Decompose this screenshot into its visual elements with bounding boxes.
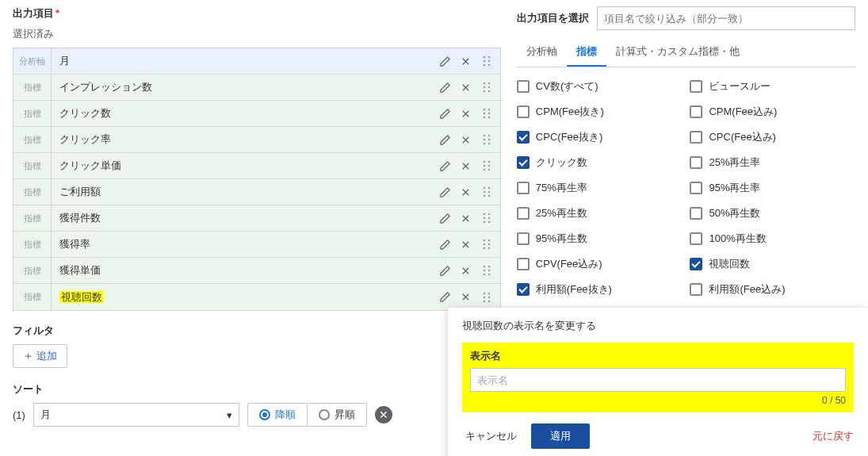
edit-button[interactable]	[435, 77, 456, 98]
checkbox[interactable]	[517, 131, 530, 144]
edit-button[interactable]	[435, 234, 456, 255]
display-name-input[interactable]	[470, 368, 846, 392]
edit-button[interactable]	[435, 51, 456, 71]
row-tag: 指標	[13, 258, 52, 283]
drag-handle[interactable]	[476, 51, 497, 71]
sort-desc-option[interactable]: 降順	[248, 404, 308, 426]
drag-handle[interactable]	[476, 77, 497, 98]
svg-point-28	[484, 169, 486, 171]
checkbox[interactable]	[690, 80, 702, 93]
tab-axis[interactable]: 分析軸	[517, 38, 567, 67]
metric-option[interactable]: CPV(Fee込み)	[517, 251, 683, 277]
metric-option[interactable]: CPM(Fee抜き)	[517, 99, 683, 125]
close-icon	[460, 213, 472, 224]
edit-button[interactable]	[435, 260, 456, 281]
drag-icon	[482, 160, 491, 171]
drag-handle[interactable]	[476, 287, 497, 308]
metric-option[interactable]: クリック数	[517, 150, 683, 175]
metric-option[interactable]: ビュースルー	[690, 74, 855, 99]
checkbox[interactable]	[690, 207, 702, 220]
pencil-icon	[439, 239, 451, 251]
metric-option[interactable]: CV数(すべて)	[517, 74, 683, 99]
metric-option[interactable]: 95%再生数	[517, 226, 683, 251]
edit-button[interactable]	[435, 287, 456, 308]
drag-handle[interactable]	[476, 260, 497, 281]
checkbox[interactable]	[690, 232, 702, 245]
drag-icon	[482, 213, 491, 224]
metric-option[interactable]: CPC(Fee抜き)	[517, 125, 683, 150]
checkbox[interactable]	[690, 156, 702, 169]
remove-button[interactable]	[456, 260, 476, 281]
checkbox[interactable]	[517, 80, 530, 93]
sort-field-select[interactable]: 月 ▾	[33, 403, 239, 427]
drag-handle[interactable]	[476, 208, 497, 228]
checkbox[interactable]	[690, 283, 702, 296]
search-input[interactable]	[597, 6, 855, 30]
metric-option[interactable]: 75%再生率	[517, 175, 683, 201]
close-icon	[460, 265, 472, 277]
drag-icon	[482, 82, 491, 93]
drag-handle[interactable]	[476, 155, 497, 176]
checkbox[interactable]	[690, 182, 702, 194]
checkbox[interactable]	[517, 156, 530, 169]
drag-handle[interactable]	[476, 103, 497, 124]
metric-option[interactable]: CPC(Fee込み)	[690, 125, 855, 150]
checkbox[interactable]	[517, 207, 530, 220]
cancel-button[interactable]: キャンセル	[462, 424, 520, 448]
checkbox[interactable]	[690, 258, 702, 270]
remove-button[interactable]	[456, 287, 476, 308]
drag-handle[interactable]	[476, 129, 497, 150]
checkbox[interactable]	[690, 105, 702, 118]
apply-button[interactable]: 適用	[531, 423, 590, 449]
remove-button[interactable]	[456, 129, 476, 150]
pencil-icon	[439, 291, 451, 303]
edit-button[interactable]	[435, 155, 456, 176]
selected-row: 指標獲得件数	[13, 205, 500, 232]
checkbox[interactable]	[517, 182, 530, 194]
sort-asc-option[interactable]: 昇順	[308, 404, 366, 426]
svg-point-11	[488, 90, 491, 93]
drag-handle[interactable]	[476, 182, 497, 202]
remove-button[interactable]	[456, 234, 476, 255]
clear-sort-button[interactable]: ✕	[375, 406, 392, 423]
svg-point-52	[484, 274, 486, 276]
drag-handle[interactable]	[476, 234, 497, 255]
reset-button[interactable]: 元に戻す	[813, 429, 854, 443]
checkbox[interactable]	[517, 232, 530, 245]
svg-point-21	[488, 139, 491, 141]
metric-option[interactable]: 50%再生数	[690, 201, 855, 226]
checkbox[interactable]	[517, 283, 530, 296]
edit-button[interactable]	[435, 182, 456, 202]
remove-button[interactable]	[456, 208, 476, 228]
svg-point-33	[488, 191, 491, 194]
metric-option[interactable]: 100%再生数	[690, 226, 855, 251]
pencil-icon	[439, 82, 451, 94]
drag-icon	[482, 108, 491, 119]
metric-option[interactable]: 25%再生数	[517, 201, 683, 226]
metric-option[interactable]: 25%再生率	[690, 150, 855, 175]
add-filter-button[interactable]: ＋ 追加	[13, 344, 67, 368]
checkbox[interactable]	[690, 131, 702, 144]
pencil-icon	[439, 265, 451, 277]
metric-option[interactable]: 利用額(Fee込み)	[690, 277, 855, 302]
metric-option[interactable]: CPM(Fee込み)	[690, 99, 855, 125]
remove-button[interactable]	[456, 103, 476, 124]
svg-point-49	[488, 266, 491, 268]
metric-option[interactable]: 視聴回数	[690, 251, 855, 277]
edit-button[interactable]	[435, 208, 456, 228]
metric-option[interactable]: 95%再生率	[690, 175, 855, 201]
edit-button[interactable]	[435, 129, 456, 150]
remove-button[interactable]	[456, 182, 476, 202]
remove-button[interactable]	[456, 155, 476, 176]
edit-button[interactable]	[435, 103, 456, 124]
tab-metric[interactable]: 指標	[567, 38, 606, 67]
remove-button[interactable]	[456, 77, 476, 98]
remove-button[interactable]	[456, 51, 476, 71]
svg-point-26	[484, 165, 486, 167]
metric-label: 75%再生率	[536, 181, 587, 195]
tab-custom[interactable]: 計算式・カスタム指標・他	[606, 38, 749, 67]
checkbox[interactable]	[517, 258, 530, 270]
metric-label: CPV(Fee込み)	[536, 257, 602, 271]
metric-option[interactable]: 利用額(Fee抜き)	[517, 277, 683, 302]
checkbox[interactable]	[517, 105, 530, 118]
